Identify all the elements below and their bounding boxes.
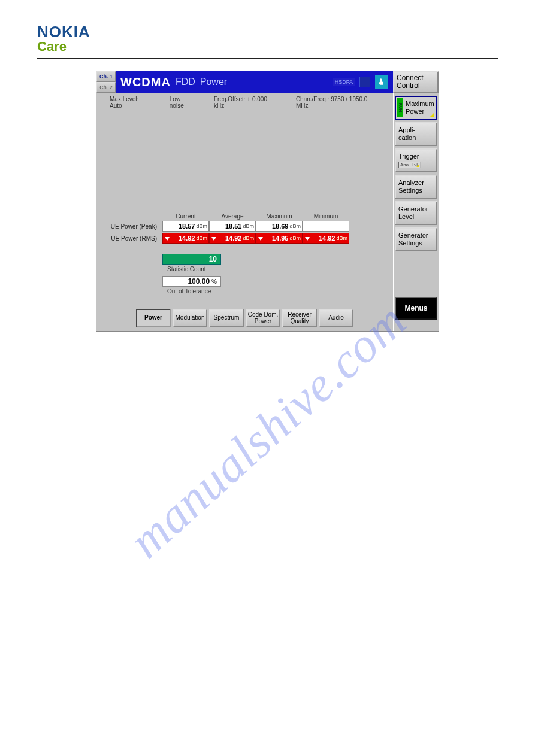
out-of-tolerance-label: Out of Tolerance	[162, 287, 221, 298]
run-indicator: RUN	[397, 98, 403, 117]
fdd-label: FDD	[176, 77, 195, 87]
title-bar: WCDMA FDD Power HSDPA	[116, 71, 393, 93]
status-maxlevel: Max.Level: Auto	[110, 96, 152, 109]
hsdpa-badge: HSDPA	[333, 78, 355, 86]
hand-icon	[375, 75, 388, 89]
bottom-tab-bar: Power Modulation Spectrum Code Dom. Powe…	[96, 306, 393, 331]
brand-logo: NOKIA Care	[37, 23, 498, 54]
channel-1-button[interactable]: Ch. 1	[96, 71, 116, 82]
side-panel: RUN Maximum Power Appli- cation Trigger …	[393, 93, 439, 331]
tab-code-dom-power[interactable]: Code Dom. Power	[246, 309, 280, 327]
side-generator-settings-button[interactable]: Generator Settings	[395, 227, 437, 251]
tab-power[interactable]: Power	[136, 309, 171, 327]
instrument-screenshot: Ch. 1 Ch. 2 WCDMA FDD Power HSDPA Connec…	[96, 71, 439, 332]
measurement-table: Current Average Maximum Minimum UE Power…	[162, 213, 378, 244]
col-minimum: Minimum	[303, 213, 349, 220]
row-rms-label: UE Power (RMS)	[96, 235, 159, 242]
side-generator-level-button[interactable]: Generator Level	[395, 201, 437, 225]
statistic-count-value: 10	[162, 254, 221, 265]
rms-minimum: 14.92 dBm	[303, 233, 349, 244]
link-icon	[359, 77, 370, 87]
trigger-sub-button[interactable]: Ana. Lvl.	[398, 162, 421, 168]
status-bar: Max.Level: Auto Low noise Freq.Offset: +…	[96, 93, 393, 111]
rms-maximum: 14.95 dBm	[256, 233, 303, 244]
connect-l2: Control	[397, 82, 435, 90]
row-peak-label: UE Power (Peak)	[96, 223, 159, 230]
mode-label: WCDMA	[120, 75, 171, 89]
out-of-tolerance-value: 100.00 %	[162, 276, 221, 287]
channel-2-button[interactable]: Ch. 2	[96, 82, 116, 93]
col-average: Average	[209, 213, 256, 220]
statistics-block: 10 Statistic Count 100.00 % Out of Toler…	[162, 254, 221, 298]
status-lownoise: Low noise	[170, 96, 196, 109]
peak-maximum: 18.69 dBm	[256, 221, 303, 232]
statistic-count-label: Statistic Count	[162, 265, 221, 276]
peak-minimum	[303, 221, 349, 232]
side-analyzer-settings-button[interactable]: Analyzer Settings	[395, 175, 437, 199]
tab-receiver-quality[interactable]: Receiver Quality	[282, 309, 317, 327]
rms-current: 14.92 dBm	[162, 233, 209, 244]
connect-control-button[interactable]: Connect Control	[393, 71, 439, 93]
triangle-icon	[430, 113, 434, 117]
side-trigger-button[interactable]: Trigger Ana. Lvl.	[395, 148, 437, 172]
power-label: Power	[200, 77, 227, 87]
col-maximum: Maximum	[256, 213, 303, 220]
footer-rule	[37, 702, 498, 702]
col-current: Current	[162, 213, 209, 220]
care-wordmark: Care	[37, 39, 498, 54]
peak-current: 18.57 dBm	[162, 221, 209, 232]
peak-average: 18.51 dBm	[209, 221, 256, 232]
triangle-icon	[416, 164, 419, 167]
rms-average: 14.92 dBm	[209, 233, 256, 244]
tab-modulation[interactable]: Modulation	[173, 309, 207, 327]
header-rule	[37, 58, 498, 59]
status-freqoffset: Freq.Offset: + 0.000 kHz	[214, 96, 278, 109]
tab-spectrum[interactable]: Spectrum	[209, 309, 244, 327]
status-chanfreq: Chan./Freq.: 9750 / 1950.0 MHz	[296, 96, 380, 109]
side-maximum-power-button[interactable]: RUN Maximum Power	[395, 96, 437, 120]
side-application-button[interactable]: Appli- cation	[395, 122, 437, 146]
side-menus-button[interactable]: Menus	[395, 297, 437, 320]
tab-audio[interactable]: Audio	[319, 309, 353, 327]
watermark-text: manualshive.com	[118, 293, 417, 569]
